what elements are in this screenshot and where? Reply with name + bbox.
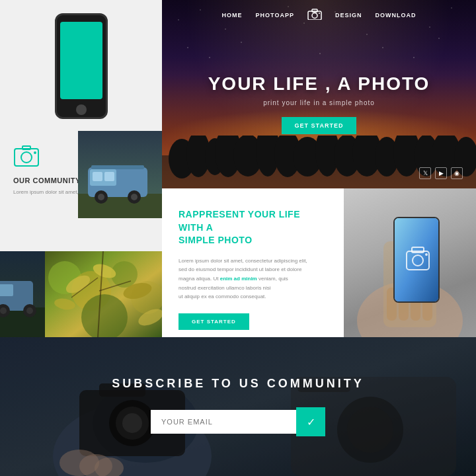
content-heading: RAPPRESENT YOUR LIFE WITH ASIMPLE PHOTO xyxy=(178,208,327,247)
community-camera-icon xyxy=(13,142,40,169)
svg-rect-64 xyxy=(395,218,440,303)
phone-screen xyxy=(60,22,102,99)
subscribe-title: SUBSCRIBE TO US COMMUNITY xyxy=(112,377,364,391)
subscribe-bg-svg xyxy=(0,337,476,476)
content-body: Lorem ipsum dolor sit amet, consectetur … xyxy=(178,257,327,301)
svg-point-11 xyxy=(98,194,104,200)
email-submit-button[interactable]: ✓ xyxy=(296,407,325,436)
hero-content: YOUR LIFE , A PHOTO print your life in a… xyxy=(208,74,430,135)
svg-point-35 xyxy=(319,13,320,14)
svg-rect-39 xyxy=(0,284,13,296)
twitter-icon[interactable]: 𝕏 xyxy=(419,167,431,179)
svg-rect-14 xyxy=(91,165,144,169)
hero-section: HOME PHOTOAPP DESIGN DOWNLOAD YOUR LIFE … xyxy=(162,0,476,188)
svg-point-68 xyxy=(425,253,428,256)
hero-title: YOUR LIFE , A PHOTO xyxy=(208,74,430,95)
svg-rect-2 xyxy=(22,146,30,149)
svg-point-13 xyxy=(131,194,138,200)
nav-photoapp[interactable]: PHOTOAPP xyxy=(256,12,294,19)
email-input[interactable] xyxy=(151,410,296,434)
bottom-van-image xyxy=(0,251,45,337)
svg-rect-34 xyxy=(312,9,317,12)
hero-nav: HOME PHOTOAPP DESIGN DOWNLOAD xyxy=(162,8,476,22)
instagram-icon[interactable]: ◉ xyxy=(451,167,463,179)
hero-cta-button[interactable]: GET STARTED xyxy=(282,117,357,134)
nav-download[interactable]: DOWNLOAD xyxy=(375,12,416,19)
content-text-area: RAPPRESENT YOUR LIFE WITH ASIMPLE PHOTO … xyxy=(162,188,344,337)
phone-mockup xyxy=(55,13,108,119)
nav-home[interactable]: HOME xyxy=(222,12,243,19)
subscribe-form: ✓ xyxy=(151,407,325,436)
svg-point-33 xyxy=(312,13,317,19)
svg-point-3 xyxy=(34,151,36,154)
leaves-image xyxy=(45,251,162,337)
nav-design[interactable]: DESIGN xyxy=(335,12,362,19)
svg-point-1 xyxy=(21,152,32,163)
subscribe-section: SUBSCRIBE TO US COMMUNITY ✓ xyxy=(0,337,476,476)
hand-phone-screen xyxy=(395,218,438,301)
phone-home-button xyxy=(76,104,87,115)
trees-silhouette xyxy=(162,136,476,188)
bottom-van-svg xyxy=(0,251,45,337)
svg-point-41 xyxy=(0,307,7,314)
content-cta-button[interactable]: GET STARTED xyxy=(178,313,249,330)
van-image xyxy=(78,131,162,218)
checkmark-icon: ✓ xyxy=(307,416,315,428)
hero-social: 𝕏 ▶ ◉ xyxy=(419,167,463,179)
svg-rect-9 xyxy=(104,172,114,181)
content-section: RAPPRESENT YOUR LIFE WITH ASIMPLE PHOTO … xyxy=(162,188,476,337)
phone-section xyxy=(0,0,162,132)
van-svg xyxy=(78,131,162,218)
phone-in-hand xyxy=(344,188,476,337)
hand-phone-device xyxy=(393,217,440,303)
nav-camera-icon xyxy=(307,8,322,22)
svg-rect-8 xyxy=(93,172,102,181)
svg-point-43 xyxy=(26,307,33,314)
phone-screen-content xyxy=(395,218,440,303)
svg-rect-84 xyxy=(0,337,476,476)
leaves-svg xyxy=(45,251,162,337)
svg-rect-0 xyxy=(15,149,38,166)
youtube-icon[interactable]: ▶ xyxy=(435,167,447,179)
svg-rect-5 xyxy=(78,194,162,218)
hero-subtitle: print your life in a simple photo xyxy=(208,99,430,106)
